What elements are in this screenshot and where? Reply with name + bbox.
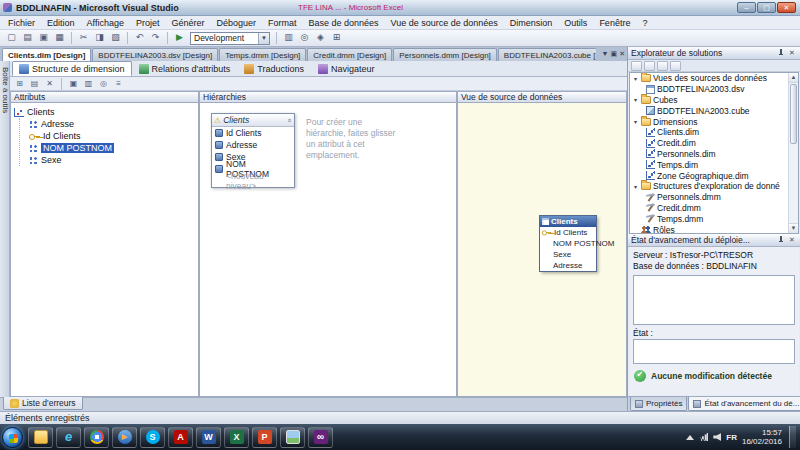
toolbox-autohide-tab[interactable]: Boîte à outils — [0, 61, 10, 397]
taskbar-paint[interactable] — [280, 427, 305, 448]
auto-hide-pin-icon[interactable] — [777, 235, 785, 245]
new-attribute-icon[interactable]: ⊞ — [13, 78, 26, 90]
undo-icon[interactable] — [132, 31, 147, 45]
hierarchy-level-id-clients[interactable]: Id Clients — [212, 127, 294, 139]
refresh-icon[interactable] — [657, 61, 668, 71]
copy-icon[interactable] — [92, 31, 107, 45]
process-icon[interactable]: ▣ — [67, 78, 80, 90]
attribute-root-clients[interactable]: Clients — [14, 106, 195, 118]
doc-tab-temps-dmm[interactable]: Temps.dmm [Design] — [219, 48, 306, 61]
tree-item-vues-des-sources[interactable]: Vues des sources de données — [630, 73, 798, 84]
new-item-icon[interactable] — [4, 31, 19, 45]
attribute-item-nom-postnom[interactable]: NOM POSTNOM — [29, 142, 195, 154]
open-file-icon[interactable] — [20, 31, 35, 45]
doc-tab-personnels-dmm[interactable]: Personnels.dmm [Design] — [393, 48, 497, 61]
deployment-panel-header[interactable]: État d'avancement du déploie... ✕ — [628, 234, 800, 247]
tree-item-zone-geographique-dim[interactable]: Zone Géographique.dim — [630, 170, 798, 181]
menu-deboguer[interactable]: Déboguer — [210, 16, 262, 30]
attribute-item-sexe[interactable]: Sexe — [29, 154, 195, 166]
start-debug-icon[interactable] — [172, 31, 187, 45]
scrollbar-thumb[interactable] — [790, 84, 797, 144]
language-indicator[interactable]: FR — [726, 433, 737, 442]
close-document-icon[interactable]: ✕ — [619, 49, 625, 59]
properties-window-icon[interactable] — [281, 31, 296, 45]
taskbar-skype[interactable] — [140, 427, 165, 448]
solution-explorer-icon[interactable] — [313, 31, 328, 45]
taskbar-internet-explorer[interactable] — [56, 427, 81, 448]
hierarchy-box-header[interactable]: Clients — [212, 114, 294, 127]
menu-generer[interactable]: Générer — [165, 16, 210, 30]
show-all-files-icon[interactable] — [644, 61, 655, 71]
solution-configuration-combobox[interactable]: Development ▼ — [190, 32, 270, 45]
doc-tab-credit-dmm[interactable]: Credit.dmm [Design] — [307, 48, 392, 61]
tree-item-personnels-dim[interactable]: Personnels.dim — [630, 149, 798, 160]
close-button[interactable] — [777, 2, 796, 13]
tree-item-cubes[interactable]: Cubes — [630, 95, 798, 106]
dsv-table-clients[interactable]: Clients Id Clients NOM POSTNOM Sexe Adre… — [539, 215, 597, 272]
tree-scrollbar[interactable]: ▲ ▼ — [788, 73, 798, 233]
menu-fenetre[interactable]: Fenêtre — [593, 16, 636, 30]
tree-item-bddtfelina-dsv[interactable]: BDDTFELINA2003.dsv — [630, 84, 798, 95]
toolbox-icon[interactable] — [329, 31, 344, 45]
tree-item-dimensions[interactable]: Dimensions — [630, 116, 798, 127]
auto-hide-pin-icon[interactable] — [777, 48, 785, 58]
paste-icon[interactable] — [108, 31, 123, 45]
show-desktop-button[interactable] — [789, 426, 796, 448]
tab-structure-de-dimension[interactable]: Structure de dimension — [12, 61, 132, 76]
collapse-chevron-icon[interactable] — [288, 117, 292, 124]
tab-list-dropdown-icon[interactable]: ▼ — [602, 49, 609, 59]
menu-edition[interactable]: Edition — [41, 16, 81, 30]
taskbar-clock[interactable]: 15:57 16/02/2016 — [742, 428, 782, 446]
taskbar-windows-explorer[interactable] — [28, 427, 53, 448]
hierarchy-level-adresse[interactable]: Adresse — [212, 139, 294, 151]
tree-item-temps-dmm[interactable]: Temps.dmm — [630, 213, 798, 224]
chevron-down-icon[interactable]: ▼ — [258, 33, 269, 44]
redo-icon[interactable] — [148, 31, 163, 45]
tree-item-structures-exploration[interactable]: Structures d'exploration de donné — [630, 181, 798, 192]
taskbar-powerpoint[interactable] — [252, 427, 277, 448]
tab-navigateur[interactable]: Navigateur — [311, 61, 382, 76]
hierarchy-box-clients[interactable]: Clients Id Clients Adresse Sexe N — [211, 113, 295, 188]
doc-tab-bddtfelina-dsv[interactable]: BDDTFELINA2003.dsv [Design] — [92, 48, 218, 61]
close-pane-icon[interactable]: ✕ — [787, 235, 797, 245]
doc-tab-bddtfelina-cube[interactable]: BDDTFELINA2003.cube [Design] — [498, 48, 596, 61]
tab-proprietes[interactable]: Propriétés — [630, 397, 687, 411]
close-pane-icon[interactable]: ✕ — [787, 48, 797, 58]
network-icon[interactable] — [699, 433, 708, 441]
properties-tool-icon[interactable] — [631, 61, 642, 71]
tab-traductions[interactable]: Traductions — [237, 61, 311, 76]
attribute-view-icon[interactable]: ▥ — [82, 78, 95, 90]
taskbar-visual-studio[interactable] — [308, 427, 333, 448]
dsv-field-id-clients[interactable]: Id Clients — [540, 227, 596, 238]
expand-arrow-icon[interactable] — [632, 96, 639, 103]
tree-item-credit-dmm[interactable]: Credit.dmm — [630, 203, 798, 214]
attribute-item-id-clients[interactable]: Id Clients — [29, 130, 195, 142]
tree-item-roles[interactable]: Rôles — [630, 224, 798, 234]
expand-arrow-icon[interactable] — [632, 118, 639, 125]
hidden-icons-icon[interactable] — [686, 435, 694, 440]
tab-relations-attributs[interactable]: Relations d'attributs — [132, 61, 238, 76]
menu-projet[interactable]: Projet — [130, 16, 166, 30]
minimize-button[interactable] — [737, 2, 756, 13]
toolbox-label[interactable]: Boîte à outils — [0, 67, 10, 113]
menu-outils[interactable]: Outils — [558, 16, 593, 30]
tree-item-clients-dim[interactable]: Clients.dim — [630, 127, 798, 138]
taskbar-adobe-reader[interactable] — [168, 427, 193, 448]
find-icon[interactable] — [297, 31, 312, 45]
dsv-table-header[interactable]: Clients — [540, 216, 596, 227]
scroll-up-icon[interactable]: ▲ — [789, 73, 798, 83]
save-icon[interactable] — [36, 31, 51, 45]
start-button[interactable] — [2, 427, 23, 448]
delete-icon[interactable]: ✕ — [43, 78, 56, 90]
taskbar-chrome[interactable] — [84, 427, 109, 448]
menu-aide[interactable]: ? — [636, 16, 653, 30]
menu-vue-de-source[interactable]: Vue de source de données — [385, 16, 504, 30]
menu-dimension[interactable]: Dimension — [504, 16, 559, 30]
view-designer-icon[interactable] — [670, 61, 681, 71]
new-hierarchy-icon[interactable]: ▤ — [28, 78, 41, 90]
dsv-field-nom-postnom[interactable]: NOM POSTNOM — [540, 238, 596, 249]
float-window-icon[interactable]: ▣ — [611, 49, 618, 59]
list-view-icon[interactable]: ≡ — [112, 78, 125, 90]
solution-explorer-header[interactable]: Explorateur de solutions ✕ — [628, 47, 800, 60]
attribute-item-adresse[interactable]: Adresse — [29, 118, 195, 130]
